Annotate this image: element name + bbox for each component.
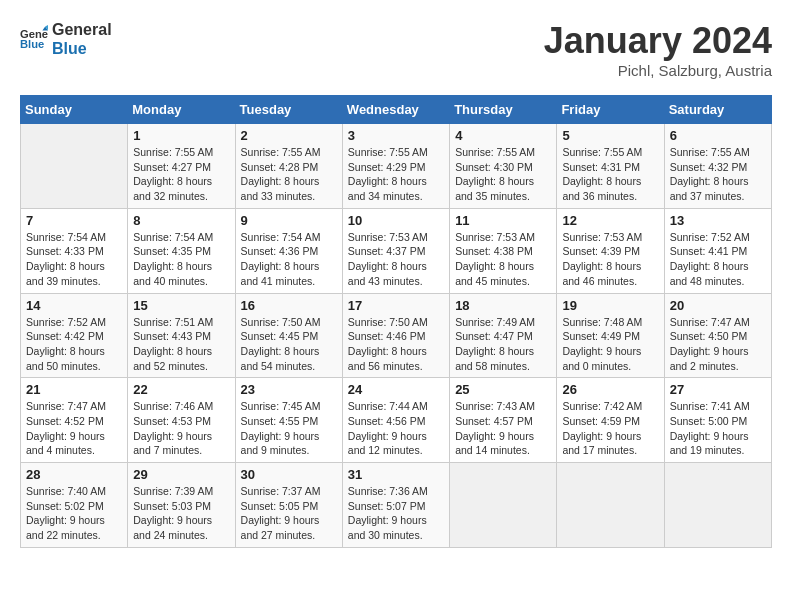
calendar-cell: 24Sunrise: 7:44 AMSunset: 4:56 PMDayligh…	[342, 378, 449, 463]
day-info: Sunrise: 7:43 AMSunset: 4:57 PMDaylight:…	[455, 399, 551, 458]
day-number: 19	[562, 298, 658, 313]
day-info: Sunrise: 7:54 AMSunset: 4:36 PMDaylight:…	[241, 230, 337, 289]
calendar-cell: 13Sunrise: 7:52 AMSunset: 4:41 PMDayligh…	[664, 208, 771, 293]
day-number: 13	[670, 213, 766, 228]
day-info: Sunrise: 7:53 AMSunset: 4:38 PMDaylight:…	[455, 230, 551, 289]
calendar-cell: 7Sunrise: 7:54 AMSunset: 4:33 PMDaylight…	[21, 208, 128, 293]
day-number: 3	[348, 128, 444, 143]
calendar-cell: 28Sunrise: 7:40 AMSunset: 5:02 PMDayligh…	[21, 463, 128, 548]
logo: General Blue General Blue	[20, 20, 112, 58]
day-number: 10	[348, 213, 444, 228]
day-number: 18	[455, 298, 551, 313]
calendar-cell	[21, 124, 128, 209]
calendar-cell: 20Sunrise: 7:47 AMSunset: 4:50 PMDayligh…	[664, 293, 771, 378]
logo-blue: Blue	[52, 39, 112, 58]
calendar-cell: 25Sunrise: 7:43 AMSunset: 4:57 PMDayligh…	[450, 378, 557, 463]
day-info: Sunrise: 7:52 AMSunset: 4:42 PMDaylight:…	[26, 315, 122, 374]
calendar-cell: 30Sunrise: 7:37 AMSunset: 5:05 PMDayligh…	[235, 463, 342, 548]
day-info: Sunrise: 7:47 AMSunset: 4:50 PMDaylight:…	[670, 315, 766, 374]
day-info: Sunrise: 7:55 AMSunset: 4:32 PMDaylight:…	[670, 145, 766, 204]
col-header-thursday: Thursday	[450, 96, 557, 124]
day-info: Sunrise: 7:45 AMSunset: 4:55 PMDaylight:…	[241, 399, 337, 458]
calendar-week-2: 7Sunrise: 7:54 AMSunset: 4:33 PMDaylight…	[21, 208, 772, 293]
day-info: Sunrise: 7:54 AMSunset: 4:35 PMDaylight:…	[133, 230, 229, 289]
calendar-cell: 21Sunrise: 7:47 AMSunset: 4:52 PMDayligh…	[21, 378, 128, 463]
calendar-cell: 8Sunrise: 7:54 AMSunset: 4:35 PMDaylight…	[128, 208, 235, 293]
day-number: 22	[133, 382, 229, 397]
calendar-week-4: 21Sunrise: 7:47 AMSunset: 4:52 PMDayligh…	[21, 378, 772, 463]
calendar-cell: 9Sunrise: 7:54 AMSunset: 4:36 PMDaylight…	[235, 208, 342, 293]
day-number: 31	[348, 467, 444, 482]
day-info: Sunrise: 7:52 AMSunset: 4:41 PMDaylight:…	[670, 230, 766, 289]
calendar-cell: 19Sunrise: 7:48 AMSunset: 4:49 PMDayligh…	[557, 293, 664, 378]
day-info: Sunrise: 7:55 AMSunset: 4:30 PMDaylight:…	[455, 145, 551, 204]
day-info: Sunrise: 7:50 AMSunset: 4:45 PMDaylight:…	[241, 315, 337, 374]
col-header-saturday: Saturday	[664, 96, 771, 124]
calendar-table: SundayMondayTuesdayWednesdayThursdayFrid…	[20, 95, 772, 548]
calendar-cell: 11Sunrise: 7:53 AMSunset: 4:38 PMDayligh…	[450, 208, 557, 293]
calendar-cell: 26Sunrise: 7:42 AMSunset: 4:59 PMDayligh…	[557, 378, 664, 463]
calendar-cell: 3Sunrise: 7:55 AMSunset: 4:29 PMDaylight…	[342, 124, 449, 209]
day-number: 23	[241, 382, 337, 397]
calendar-cell: 31Sunrise: 7:36 AMSunset: 5:07 PMDayligh…	[342, 463, 449, 548]
day-number: 25	[455, 382, 551, 397]
calendar-cell: 15Sunrise: 7:51 AMSunset: 4:43 PMDayligh…	[128, 293, 235, 378]
day-info: Sunrise: 7:40 AMSunset: 5:02 PMDaylight:…	[26, 484, 122, 543]
calendar-cell	[557, 463, 664, 548]
day-info: Sunrise: 7:37 AMSunset: 5:05 PMDaylight:…	[241, 484, 337, 543]
calendar-subtitle: Pichl, Salzburg, Austria	[544, 62, 772, 79]
calendar-body: 1Sunrise: 7:55 AMSunset: 4:27 PMDaylight…	[21, 124, 772, 548]
day-info: Sunrise: 7:55 AMSunset: 4:29 PMDaylight:…	[348, 145, 444, 204]
day-number: 4	[455, 128, 551, 143]
calendar-cell: 18Sunrise: 7:49 AMSunset: 4:47 PMDayligh…	[450, 293, 557, 378]
day-number: 26	[562, 382, 658, 397]
calendar-cell	[450, 463, 557, 548]
calendar-cell: 1Sunrise: 7:55 AMSunset: 4:27 PMDaylight…	[128, 124, 235, 209]
calendar-cell: 4Sunrise: 7:55 AMSunset: 4:30 PMDaylight…	[450, 124, 557, 209]
day-info: Sunrise: 7:47 AMSunset: 4:52 PMDaylight:…	[26, 399, 122, 458]
calendar-cell: 12Sunrise: 7:53 AMSunset: 4:39 PMDayligh…	[557, 208, 664, 293]
day-number: 28	[26, 467, 122, 482]
day-number: 20	[670, 298, 766, 313]
day-number: 9	[241, 213, 337, 228]
day-info: Sunrise: 7:49 AMSunset: 4:47 PMDaylight:…	[455, 315, 551, 374]
calendar-cell: 17Sunrise: 7:50 AMSunset: 4:46 PMDayligh…	[342, 293, 449, 378]
day-info: Sunrise: 7:41 AMSunset: 5:00 PMDaylight:…	[670, 399, 766, 458]
day-number: 24	[348, 382, 444, 397]
day-info: Sunrise: 7:55 AMSunset: 4:31 PMDaylight:…	[562, 145, 658, 204]
day-number: 16	[241, 298, 337, 313]
calendar-week-3: 14Sunrise: 7:52 AMSunset: 4:42 PMDayligh…	[21, 293, 772, 378]
svg-text:Blue: Blue	[20, 38, 44, 50]
calendar-cell: 27Sunrise: 7:41 AMSunset: 5:00 PMDayligh…	[664, 378, 771, 463]
day-number: 2	[241, 128, 337, 143]
calendar-cell: 16Sunrise: 7:50 AMSunset: 4:45 PMDayligh…	[235, 293, 342, 378]
col-header-tuesday: Tuesday	[235, 96, 342, 124]
calendar-cell	[664, 463, 771, 548]
calendar-cell: 22Sunrise: 7:46 AMSunset: 4:53 PMDayligh…	[128, 378, 235, 463]
day-number: 11	[455, 213, 551, 228]
calendar-cell: 23Sunrise: 7:45 AMSunset: 4:55 PMDayligh…	[235, 378, 342, 463]
day-number: 1	[133, 128, 229, 143]
day-info: Sunrise: 7:39 AMSunset: 5:03 PMDaylight:…	[133, 484, 229, 543]
calendar-cell: 14Sunrise: 7:52 AMSunset: 4:42 PMDayligh…	[21, 293, 128, 378]
day-info: Sunrise: 7:36 AMSunset: 5:07 PMDaylight:…	[348, 484, 444, 543]
day-info: Sunrise: 7:51 AMSunset: 4:43 PMDaylight:…	[133, 315, 229, 374]
day-number: 12	[562, 213, 658, 228]
day-number: 14	[26, 298, 122, 313]
day-info: Sunrise: 7:44 AMSunset: 4:56 PMDaylight:…	[348, 399, 444, 458]
calendar-cell: 29Sunrise: 7:39 AMSunset: 5:03 PMDayligh…	[128, 463, 235, 548]
day-number: 17	[348, 298, 444, 313]
day-number: 27	[670, 382, 766, 397]
calendar-week-1: 1Sunrise: 7:55 AMSunset: 4:27 PMDaylight…	[21, 124, 772, 209]
col-header-friday: Friday	[557, 96, 664, 124]
day-number: 7	[26, 213, 122, 228]
calendar-cell: 10Sunrise: 7:53 AMSunset: 4:37 PMDayligh…	[342, 208, 449, 293]
logo-general: General	[52, 20, 112, 39]
day-info: Sunrise: 7:55 AMSunset: 4:28 PMDaylight:…	[241, 145, 337, 204]
day-number: 30	[241, 467, 337, 482]
logo-icon: General Blue	[20, 25, 48, 53]
day-number: 29	[133, 467, 229, 482]
day-info: Sunrise: 7:46 AMSunset: 4:53 PMDaylight:…	[133, 399, 229, 458]
calendar-cell: 2Sunrise: 7:55 AMSunset: 4:28 PMDaylight…	[235, 124, 342, 209]
day-info: Sunrise: 7:42 AMSunset: 4:59 PMDaylight:…	[562, 399, 658, 458]
